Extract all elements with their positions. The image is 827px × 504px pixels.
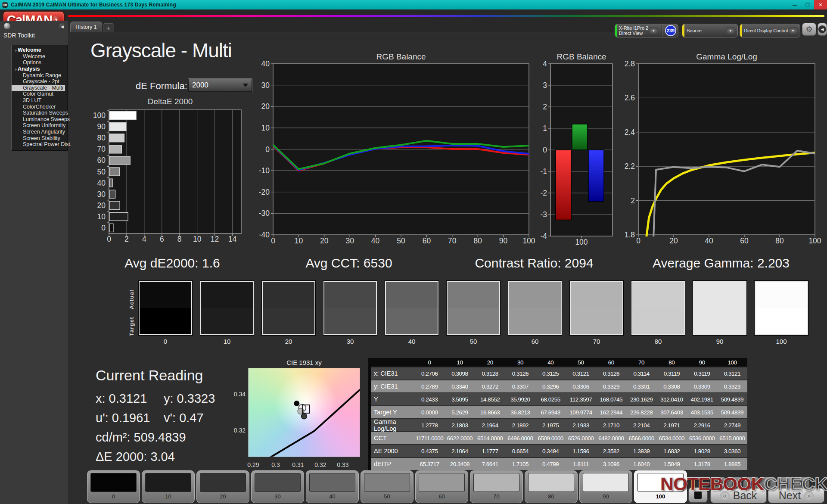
pattern-button-70[interactable]: 70 <box>470 470 523 503</box>
pattern-button-40[interactable]: 40 <box>306 470 359 503</box>
workflow-indicator-dot[interactable] <box>4 23 10 29</box>
actual-swatch <box>509 282 561 308</box>
pattern-button-30[interactable]: 30 <box>251 470 304 503</box>
pattern-button-80[interactable]: 80 <box>525 470 578 503</box>
actual-swatch <box>386 282 438 308</box>
swatch <box>508 281 562 335</box>
sidebar-item-dynamic-range[interactable]: Dynamic Range <box>12 72 67 78</box>
table-cell: 3.0360 <box>717 448 747 454</box>
sidebar-item-grayscale-multi[interactable]: Grayscale - Multi <box>12 85 65 91</box>
add-tab-button[interactable]: + <box>103 23 114 32</box>
table-cell: 6515.0000 <box>717 435 747 442</box>
compare-swatch-70: 70 <box>570 281 623 345</box>
pattern-button-100[interactable]: 100 <box>634 470 687 503</box>
actual-swatch <box>571 282 622 308</box>
workflow-title: SDR Toolkit <box>3 32 35 39</box>
pattern-button-90[interactable]: 90 <box>579 470 632 503</box>
meter-count-badge[interactable]: 239 <box>665 25 676 36</box>
table-cell: 67.6943 <box>535 409 566 416</box>
next-button[interactable]: Next » <box>768 488 824 503</box>
sidebar-item-screen-uniformity[interactable]: Screen Uniformity <box>12 122 67 129</box>
actual-label: Actual <box>128 283 135 309</box>
swatch-level-label: 60 <box>508 338 562 345</box>
sidebar-item-colorchecker[interactable]: ColorChecker <box>12 103 67 110</box>
sidebar-item-color-gamut[interactable]: Color Gamut <box>12 91 67 97</box>
cie-overlay <box>249 368 360 457</box>
sidebar-collapse-button[interactable]: ◀ <box>59 23 66 30</box>
table-cell: 6622.0000 <box>445 435 475 442</box>
svg-text:50: 50 <box>397 236 405 245</box>
table-cell: 1.5849 <box>656 461 687 467</box>
de-formula-select[interactable]: 2000 <box>188 79 252 92</box>
target-swatch <box>324 308 376 334</box>
table-cell: 0.3307 <box>505 383 535 390</box>
pattern-button-0[interactable]: 0 <box>87 470 140 503</box>
table-cell: 1.2778 <box>414 422 445 429</box>
table-cell: 0.3301 <box>626 383 656 390</box>
pattern-swatch <box>255 473 301 492</box>
svg-text:40: 40 <box>261 59 270 68</box>
svg-text:50: 50 <box>97 168 106 176</box>
display-control-dropdown[interactable]: Direct Display Control ▼ <box>740 24 800 37</box>
table-cell: 0.3306 <box>566 383 596 390</box>
table-cell: 307.6403 <box>656 409 687 416</box>
sidebar-item-saturation-sweeps[interactable]: Saturation Sweeps <box>12 110 67 116</box>
table-cell: 1.9028 <box>687 448 717 454</box>
actual-swatch <box>140 282 191 308</box>
close-button[interactable]: ✕ <box>814 0 827 9</box>
pattern-button-60[interactable]: 60 <box>415 470 468 503</box>
sidebar-item-grayscale-2pt[interactable]: Grayscale - 2pt <box>12 78 67 85</box>
svg-text:100: 100 <box>93 111 106 120</box>
table-row: CCT11711.00006622.00006514.00006496.0000… <box>371 432 747 444</box>
back-button[interactable]: « Back <box>710 488 767 503</box>
collapse-panel-button[interactable]: ◀ <box>818 23 827 36</box>
menu-section-welcome[interactable]: Welcome <box>12 47 67 53</box>
sidebar-item-welcome[interactable]: Welcome <box>12 53 67 60</box>
sidebar: ◀ SDR Toolkit WelcomeWelcomeOptionsAnaly… <box>0 21 69 504</box>
table-row-label: dEITP <box>371 460 414 467</box>
sidebar-item-luminance-sweeps[interactable]: Luminance Sweeps <box>12 116 67 123</box>
table-cell: 1.1777 <box>475 448 505 454</box>
svg-text:80: 80 <box>97 134 106 142</box>
svg-text:RGB Balance: RGB Balance <box>557 52 606 61</box>
gamma-chart: Gamma Log/Log2.82.62.42.221.802040608010… <box>624 51 826 250</box>
table-cell: 6536.0000 <box>687 435 717 442</box>
pattern-swatch <box>473 473 519 492</box>
table-cell: 35.9920 <box>505 396 535 403</box>
table-cell: 2.1803 <box>445 422 475 429</box>
pattern-swatch <box>583 473 629 492</box>
sidebar-item-options[interactable]: Options <box>12 59 67 66</box>
settings-button[interactable]: ⚙ <box>802 23 816 36</box>
maximize-button[interactable]: ❐ <box>801 0 814 9</box>
pattern-swatch <box>528 473 574 492</box>
sidebar-item-screen-stability[interactable]: Screen Stability <box>12 135 67 141</box>
page-title: Grayscale - Multi <box>90 39 232 62</box>
table-cell: 0.0000 <box>414 409 445 416</box>
minimize-button[interactable]: — <box>788 0 801 9</box>
meter-dropdown[interactable]: X-Rite i1Pro 2 Direct View ▼ 239 <box>615 24 678 37</box>
rgb-bar-blue <box>588 150 604 202</box>
pattern-button-20[interactable]: 20 <box>196 470 249 503</box>
table-cell: 0.3119 <box>656 370 687 377</box>
tab-history-1[interactable]: History 1 <box>70 22 102 32</box>
table-cell: 14.8552 <box>475 396 505 403</box>
source-dropdown[interactable]: Source ▼ <box>682 24 738 37</box>
stop-button[interactable] <box>688 487 708 503</box>
pattern-button-50[interactable]: 50 <box>361 470 414 503</box>
expander-icon <box>13 48 16 52</box>
svg-text:2.4: 2.4 <box>625 128 635 137</box>
pattern-level-label: 40 <box>309 493 355 500</box>
compare-swatch-30: 30 <box>323 281 377 345</box>
stop-icon <box>694 492 702 499</box>
table-cell: 0.2789 <box>414 383 445 390</box>
svg-text:90: 90 <box>97 122 106 131</box>
swatch-level-label: 50 <box>447 338 500 345</box>
sidebar-item-screen-angularity[interactable]: Screen Angularity <box>12 129 67 135</box>
menu-section-analysis[interactable]: Analysis <box>12 66 67 72</box>
deltae-bar-100 <box>109 112 136 120</box>
pattern-button-10[interactable]: 10 <box>142 470 195 503</box>
sidebar-item-spectral-power-dist-[interactable]: Spectral Power Dist. <box>12 141 67 148</box>
rgb-balance-line-chart: RGB Balance403020100-10-20-30-4001020304… <box>258 51 539 250</box>
next-arrow-icon: » <box>804 491 814 501</box>
sidebar-item-3d-lut[interactable]: 3D LUT <box>12 97 67 104</box>
